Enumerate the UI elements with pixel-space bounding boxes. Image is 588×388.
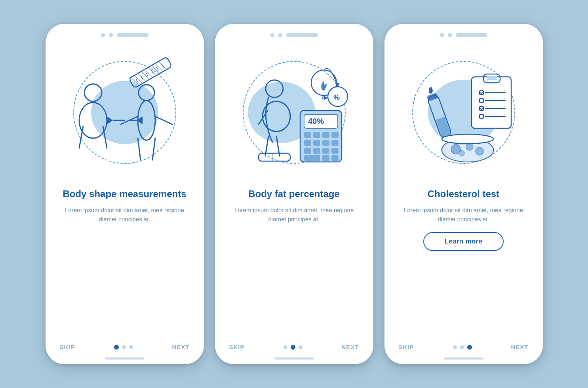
svg-point-4 (139, 85, 154, 101)
svg-point-1 (79, 103, 107, 138)
svg-rect-49 (304, 148, 311, 154)
status-dot-3 (270, 33, 274, 37)
phone-3: Cholesterol test Lorem ipsum dolor sit d… (384, 24, 543, 364)
card-title-1: Body shape measurements (63, 188, 186, 200)
svg-rect-51 (322, 148, 329, 154)
body-fat-svg: 40% (237, 55, 352, 170)
nav-dots-3 (453, 345, 472, 350)
svg-rect-63 (426, 93, 438, 101)
svg-rect-42 (313, 132, 320, 138)
svg-rect-55 (331, 155, 339, 161)
status-bar-line-3 (456, 33, 487, 37)
svg-marker-60 (324, 95, 327, 100)
nav-dots-2 (284, 345, 303, 350)
dot-1-1 (114, 345, 119, 350)
svg-point-31 (266, 80, 283, 97)
status-bar-3 (440, 33, 487, 37)
phone-1: Body shape measurements Lorem ipsum dolo… (46, 24, 204, 364)
svg-text:40%: 40% (308, 117, 324, 126)
svg-point-78 (466, 143, 473, 150)
status-bar-line-1 (117, 33, 148, 37)
svg-line-8 (138, 138, 141, 160)
svg-rect-54 (322, 155, 329, 161)
svg-rect-43 (322, 132, 329, 138)
status-dot-1 (101, 33, 105, 37)
svg-line-7 (155, 116, 172, 124)
svg-rect-53 (304, 155, 320, 161)
svg-marker-10 (107, 116, 113, 124)
home-bar-2 (274, 358, 314, 359)
skip-button-2[interactable]: SKIP (229, 344, 245, 350)
bottom-nav-2: SKIP NEXT (215, 344, 373, 358)
svg-line-17 (146, 73, 148, 77)
learn-more-button[interactable]: Learn more (423, 232, 504, 251)
svg-rect-47 (322, 140, 329, 146)
card-desc-1: Lorem ipsum dolor sit dim amet, mea regi… (60, 205, 190, 224)
svg-text:%: % (333, 93, 340, 101)
card-desc-2: Lorem ipsum dolor sit dim amet, mea regi… (229, 205, 359, 224)
svg-line-19 (156, 67, 158, 71)
illustration-body-fat: 40% (231, 41, 358, 184)
svg-line-21 (130, 58, 165, 78)
next-button-2[interactable]: NEXT (341, 344, 359, 350)
home-bar-3 (444, 358, 483, 359)
svg-rect-46 (313, 140, 320, 146)
svg-point-32 (263, 101, 290, 131)
status-bar-2 (270, 33, 318, 37)
svg-point-81 (442, 134, 493, 144)
dot-1-3 (129, 345, 133, 349)
svg-point-80 (459, 150, 464, 156)
cholesterol-svg (406, 55, 521, 170)
skip-button-1[interactable]: SKIP (60, 344, 75, 350)
illustration-cholesterol (400, 41, 527, 184)
card-title-2: Body fat percentage (248, 188, 340, 200)
bottom-nav-3: SKIP NEXT (384, 344, 543, 358)
svg-line-9 (152, 138, 155, 160)
svg-rect-48 (331, 140, 339, 146)
dot-3-1 (453, 345, 457, 349)
phone-2: 40% (215, 24, 373, 364)
dot-2-1 (284, 345, 287, 349)
status-bar-1 (101, 33, 148, 37)
svg-line-15 (136, 79, 138, 83)
dot-2-3 (299, 345, 303, 349)
svg-rect-50 (313, 148, 320, 154)
svg-point-79 (476, 147, 483, 155)
bottom-nav-1: SKIP NEXT (46, 344, 204, 358)
card-desc-3: Lorem ipsum dolor sit dim amet, mea regi… (399, 205, 529, 224)
svg-rect-36 (259, 153, 290, 161)
svg-rect-44 (331, 132, 339, 138)
dot-3-2 (460, 345, 464, 349)
next-button-1[interactable]: NEXT (172, 344, 189, 350)
skip-button-3[interactable]: SKIP (399, 344, 414, 350)
svg-point-0 (84, 84, 102, 101)
dot-1-2 (122, 345, 126, 349)
svg-rect-66 (487, 76, 497, 80)
svg-rect-14 (129, 57, 172, 88)
svg-rect-52 (331, 148, 339, 154)
dot-3-3 (467, 345, 472, 350)
status-dot-6 (448, 33, 452, 37)
nav-dots-1 (114, 345, 133, 350)
status-dot-2 (109, 33, 113, 37)
phones-container: Body shape measurements Lorem ipsum dolo… (46, 24, 543, 364)
status-bar-line-2 (286, 33, 318, 37)
svg-rect-41 (304, 132, 311, 138)
svg-rect-64 (472, 77, 511, 128)
status-dot-5 (440, 33, 444, 37)
home-bar-1 (105, 358, 145, 359)
card-title-3: Cholesterol test (428, 188, 499, 200)
next-button-3[interactable]: NEXT (511, 344, 528, 350)
status-dot-4 (278, 33, 282, 37)
illustration-body-shape (61, 41, 188, 184)
dot-2-2 (291, 345, 295, 350)
svg-rect-45 (304, 140, 311, 146)
body-shape-svg (67, 55, 182, 170)
